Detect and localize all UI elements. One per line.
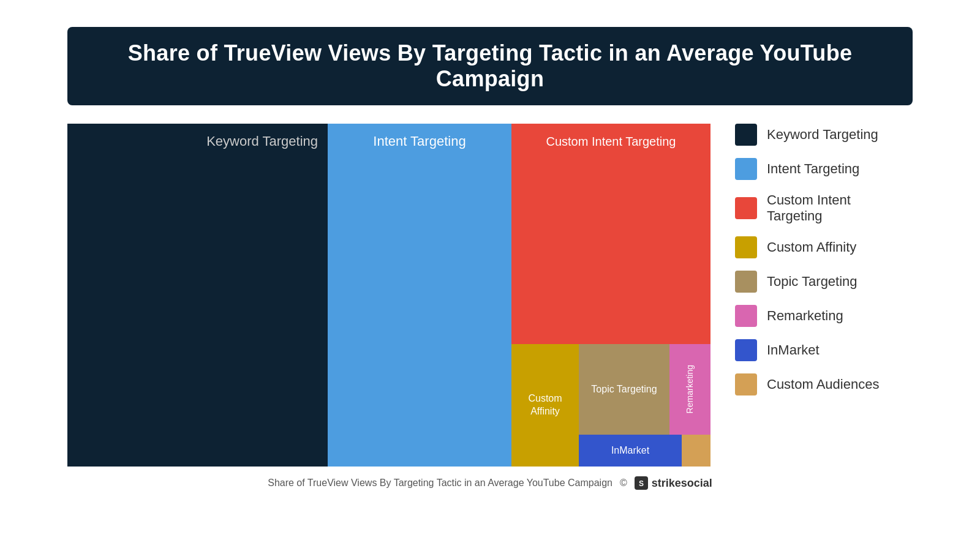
inmarket-segment: InMarket xyxy=(579,435,682,467)
custom-affinity-label: Custom Affinity xyxy=(514,392,576,418)
legend-label-intent: Intent Targeting xyxy=(767,161,859,177)
legend-custom-audiences: Custom Audiences xyxy=(735,373,879,395)
legend-label-keyword: Keyword Targeting xyxy=(767,127,878,143)
legend-color-custom-affinity xyxy=(735,236,757,258)
custom-intent-segment: Custom Intent Targeting xyxy=(511,124,710,344)
intent-segment: Intent Targeting xyxy=(328,124,511,467)
brand-name: strikesocial xyxy=(652,477,712,490)
legend-color-intent xyxy=(735,158,757,180)
legend-label-custom-affinity: Custom Affinity xyxy=(767,239,856,255)
main-content: Keyword Targeting Intent Targeting Custo… xyxy=(67,124,913,467)
topic-segment: Topic Targeting xyxy=(579,344,669,435)
legend-label-custom-audiences: Custom Audiences xyxy=(767,377,879,392)
legend-color-inmarket xyxy=(735,339,757,361)
brand-icon: S xyxy=(635,476,648,490)
custom-intent-label: Custom Intent Targeting xyxy=(546,133,676,149)
legend-color-remarketing xyxy=(735,305,757,327)
keyword-label: Keyword Targeting xyxy=(206,133,318,149)
legend-label-topic: Topic Targeting xyxy=(767,274,858,290)
right-stack: Topic Targeting Remarketing InMarket xyxy=(579,344,710,467)
legend-remarketing: Remarketing xyxy=(735,305,879,327)
copyright-icon: © xyxy=(620,478,627,489)
header-banner: Share of TrueView Views By Targeting Tac… xyxy=(67,27,913,105)
intent-label: Intent Targeting xyxy=(373,133,466,149)
brand-logo: S strikesocial xyxy=(635,476,712,490)
legend-color-topic xyxy=(735,271,757,293)
bottom-row: Custom Affinity Topic Targeting Remarket… xyxy=(511,344,710,467)
legend-topic: Topic Targeting xyxy=(735,271,879,293)
right-column: Custom Intent Targeting Custom Affinity … xyxy=(511,124,710,467)
legend: Keyword Targeting Intent Targeting Custo… xyxy=(735,124,879,408)
legend-label-inmarket: InMarket xyxy=(767,342,820,358)
legend-inmarket: InMarket xyxy=(735,339,879,361)
custom-affinity-segment: Custom Affinity xyxy=(511,344,579,467)
legend-label-custom-intent: Custom IntentTargeting xyxy=(767,192,851,224)
legend-custom-affinity: Custom Affinity xyxy=(735,236,879,258)
legend-color-custom-audiences xyxy=(735,373,757,395)
topic-remarketing-row: Topic Targeting Remarketing xyxy=(579,344,710,435)
legend-keyword: Keyword Targeting xyxy=(735,124,879,146)
legend-color-custom-intent xyxy=(735,197,757,219)
remarketing-segment: Remarketing xyxy=(669,344,710,435)
keyword-segment: Keyword Targeting xyxy=(67,124,328,467)
footer-text: Share of TrueView Views By Targeting Tac… xyxy=(268,478,612,489)
svg-text:S: S xyxy=(639,479,644,488)
legend-color-keyword xyxy=(735,124,757,146)
topic-label: Topic Targeting xyxy=(591,383,657,396)
inmarket-audiences-row: InMarket xyxy=(579,435,710,467)
inmarket-label: InMarket xyxy=(611,445,649,456)
footer: Share of TrueView Views By Targeting Tac… xyxy=(67,476,913,490)
treemap: Keyword Targeting Intent Targeting Custo… xyxy=(67,124,710,467)
legend-custom-intent: Custom IntentTargeting xyxy=(735,192,879,224)
chart-title: Share of TrueView Views By Targeting Tac… xyxy=(92,40,888,92)
legend-label-remarketing: Remarketing xyxy=(767,308,843,324)
custom-audiences-segment xyxy=(682,435,710,467)
remarketing-label: Remarketing xyxy=(684,365,695,413)
legend-intent: Intent Targeting xyxy=(735,158,879,180)
